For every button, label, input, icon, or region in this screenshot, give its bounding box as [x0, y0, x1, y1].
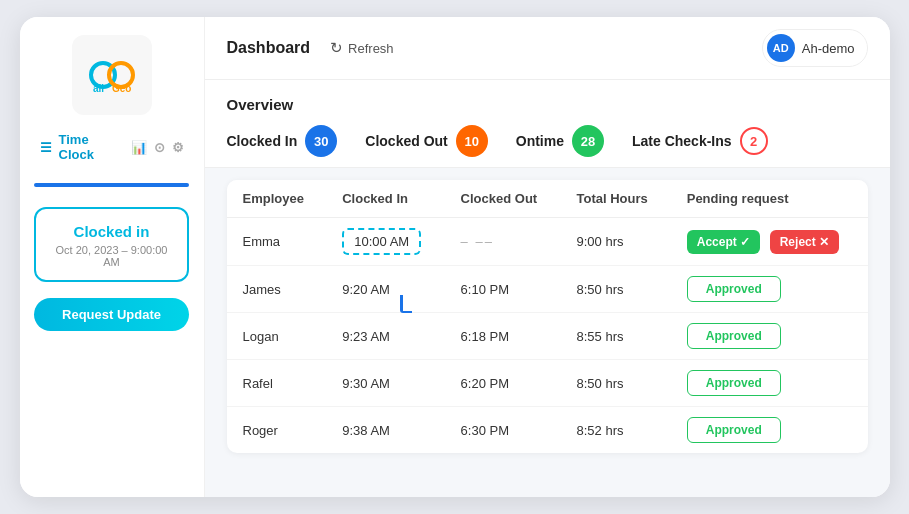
table-row: Emma10:00 AM– ––9:00 hrs Accept ✓ Reject…	[227, 218, 868, 266]
logo-container: all Geo	[72, 35, 152, 115]
sidebar-item-timeclock[interactable]: ☰ Time Clock 📊 ⊙ ⚙	[30, 125, 194, 169]
table-row: Roger9:38 AM6:30 PM8:52 hrsApproved	[227, 407, 868, 454]
settings-icon: ⚙	[172, 140, 184, 155]
stat-badge: 10	[456, 125, 488, 157]
pending-request-cell: Accept ✓ Reject ✕	[671, 218, 868, 266]
approved-button[interactable]: Approved	[687, 323, 781, 349]
status-card: Clocked in Oct 20, 2023 – 9:00:00 AM	[34, 207, 189, 282]
clocked-out-dash: – ––	[461, 234, 494, 249]
header: Dashboard ↻ Refresh AD Ah-demo	[205, 17, 890, 80]
clocked-in-time: 9:20 AM	[326, 266, 444, 313]
table-row: Rafel9:30 AM6:20 PM8:50 hrsApproved	[227, 360, 868, 407]
status-title: Clocked in	[48, 223, 175, 240]
clocked-in-time: 9:30 AM	[326, 360, 444, 407]
total-hours: 8:52 hrs	[561, 407, 671, 454]
table-row: Logan9:23 AM6:18 PM8:55 hrsApproved	[227, 313, 868, 360]
refresh-icon: ↻	[330, 39, 343, 57]
timeclock-icon: ☰	[40, 140, 52, 155]
col-header-2: Clocked Out	[445, 180, 561, 218]
table-body: Emma10:00 AM– ––9:00 hrs Accept ✓ Reject…	[227, 218, 868, 454]
overview-title: Overview	[227, 96, 868, 113]
approved-button[interactable]: Approved	[687, 417, 781, 443]
employee-name: Roger	[227, 407, 327, 454]
stat-badge: 2	[740, 127, 768, 155]
stat-item-1[interactable]: Clocked Out 10	[365, 125, 487, 157]
avatar: AD	[767, 34, 795, 62]
stat-badge: 28	[572, 125, 604, 157]
table-row: James9:20 AM6:10 PM8:50 hrsApproved	[227, 266, 868, 313]
stat-item-3[interactable]: Late Check-Ins 2	[632, 127, 768, 155]
refresh-button[interactable]: ↻ Refresh	[322, 35, 402, 61]
chart-icon: 📊	[131, 140, 147, 155]
stat-item-0[interactable]: Clocked In 30	[227, 125, 338, 157]
total-hours: 8:55 hrs	[561, 313, 671, 360]
clocked-in-time: 9:38 AM	[326, 407, 444, 454]
clocked-out-time: 6:30 PM	[445, 407, 561, 454]
pending-request-cell: Approved	[671, 313, 868, 360]
pending-request-cell: Approved	[671, 360, 868, 407]
stat-label: Clocked In	[227, 133, 298, 149]
total-hours: 8:50 hrs	[561, 360, 671, 407]
main-content: Dashboard ↻ Refresh AD Ah-demo Overview …	[205, 17, 890, 497]
clocked-out-time: – ––	[445, 218, 561, 266]
employee-name: Rafel	[227, 360, 327, 407]
clocked-in-time: 9:23 AM	[326, 313, 444, 360]
stat-label: Late Check-Ins	[632, 133, 732, 149]
user-name: Ah-demo	[802, 41, 855, 56]
sidebar: all Geo ☰ Time Clock 📊 ⊙ ⚙ Clocked in Oc…	[20, 17, 205, 497]
stat-item-2[interactable]: Ontime 28	[516, 125, 604, 157]
sidebar-nav-label: Time Clock	[59, 132, 124, 162]
col-header-3: Total Hours	[561, 180, 671, 218]
approved-button[interactable]: Approved	[687, 370, 781, 396]
svg-text:Geo: Geo	[112, 83, 131, 94]
user-badge[interactable]: AD Ah-demo	[762, 29, 868, 67]
clocked-in-highlight: 10:00 AM	[342, 228, 421, 255]
clocked-in-time: 10:00 AM	[326, 218, 444, 266]
stat-label: Clocked Out	[365, 133, 447, 149]
col-header-1: Clocked In	[326, 180, 444, 218]
accept-button[interactable]: Accept ✓	[687, 230, 760, 254]
reject-button[interactable]: Reject ✕	[770, 230, 839, 254]
total-hours: 8:50 hrs	[561, 266, 671, 313]
employee-table: EmployeeClocked InClocked OutTotal Hours…	[227, 180, 868, 453]
total-hours: 9:00 hrs	[561, 218, 671, 266]
request-update-button[interactable]: Request Update	[34, 298, 189, 331]
stat-badge: 30	[305, 125, 337, 157]
pending-request-cell: Approved	[671, 407, 868, 454]
col-header-0: Employee	[227, 180, 327, 218]
cursor-indicator	[400, 295, 412, 313]
employee-name: Emma	[227, 218, 327, 266]
overview-stats: Clocked In 30 Clocked Out 10 Ontime 28 L…	[227, 125, 868, 157]
table-header-row: EmployeeClocked InClocked OutTotal Hours…	[227, 180, 868, 218]
employee-name: James	[227, 266, 327, 313]
table-section: EmployeeClocked InClocked OutTotal Hours…	[205, 168, 890, 497]
status-date: Oct 20, 2023 – 9:00:00 AM	[48, 244, 175, 268]
stat-label: Ontime	[516, 133, 564, 149]
help-icon: ⊙	[154, 140, 165, 155]
pending-request-cell: Approved	[671, 266, 868, 313]
clocked-out-time: 6:18 PM	[445, 313, 561, 360]
col-header-4: Pending request	[671, 180, 868, 218]
clocked-out-time: 6:10 PM	[445, 266, 561, 313]
overview-section: Overview Clocked In 30 Clocked Out 10 On…	[205, 80, 890, 168]
approved-button[interactable]: Approved	[687, 276, 781, 302]
sidebar-nav: ☰ Time Clock 📊 ⊙ ⚙	[20, 125, 204, 169]
dashboard-title: Dashboard	[227, 39, 311, 57]
employee-name: Logan	[227, 313, 327, 360]
clocked-out-time: 6:20 PM	[445, 360, 561, 407]
svg-text:all: all	[93, 83, 104, 94]
